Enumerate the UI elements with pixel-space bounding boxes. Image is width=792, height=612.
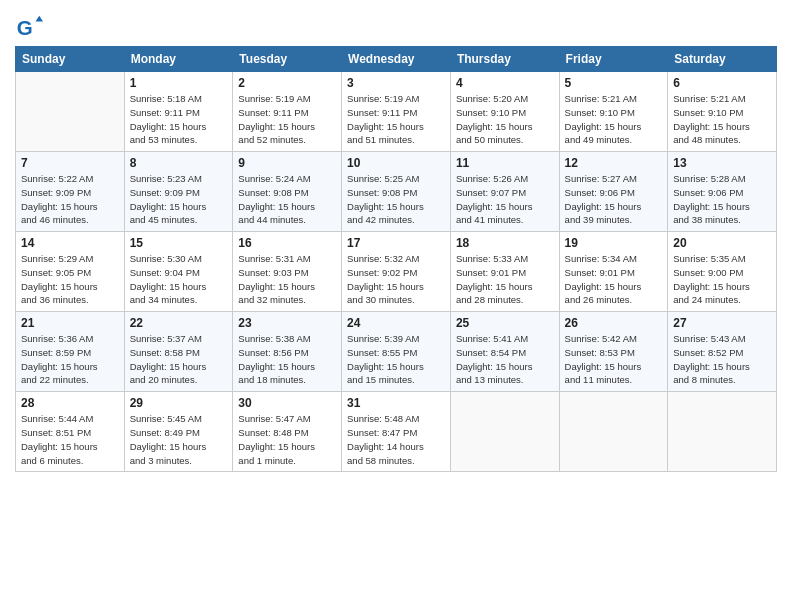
day-info: Sunrise: 5:43 AM Sunset: 8:52 PM Dayligh… (673, 332, 771, 387)
calendar-cell: 5Sunrise: 5:21 AM Sunset: 9:10 PM Daylig… (559, 72, 668, 152)
calendar-cell: 11Sunrise: 5:26 AM Sunset: 9:07 PM Dayli… (450, 152, 559, 232)
day-info: Sunrise: 5:28 AM Sunset: 9:06 PM Dayligh… (673, 172, 771, 227)
day-info: Sunrise: 5:23 AM Sunset: 9:09 PM Dayligh… (130, 172, 228, 227)
calendar-cell: 16Sunrise: 5:31 AM Sunset: 9:03 PM Dayli… (233, 232, 342, 312)
week-row-3: 14Sunrise: 5:29 AM Sunset: 9:05 PM Dayli… (16, 232, 777, 312)
day-info: Sunrise: 5:31 AM Sunset: 9:03 PM Dayligh… (238, 252, 336, 307)
calendar-cell: 13Sunrise: 5:28 AM Sunset: 9:06 PM Dayli… (668, 152, 777, 232)
logo: G (15, 14, 47, 42)
day-number: 28 (21, 396, 119, 410)
calendar-cell: 31Sunrise: 5:48 AM Sunset: 8:47 PM Dayli… (342, 392, 451, 472)
calendar-cell: 23Sunrise: 5:38 AM Sunset: 8:56 PM Dayli… (233, 312, 342, 392)
calendar-cell: 27Sunrise: 5:43 AM Sunset: 8:52 PM Dayli… (668, 312, 777, 392)
day-info: Sunrise: 5:37 AM Sunset: 8:58 PM Dayligh… (130, 332, 228, 387)
day-info: Sunrise: 5:19 AM Sunset: 9:11 PM Dayligh… (238, 92, 336, 147)
day-number: 21 (21, 316, 119, 330)
calendar-cell: 8Sunrise: 5:23 AM Sunset: 9:09 PM Daylig… (124, 152, 233, 232)
day-number: 20 (673, 236, 771, 250)
day-info: Sunrise: 5:27 AM Sunset: 9:06 PM Dayligh… (565, 172, 663, 227)
calendar-cell: 19Sunrise: 5:34 AM Sunset: 9:01 PM Dayli… (559, 232, 668, 312)
calendar-cell: 3Sunrise: 5:19 AM Sunset: 9:11 PM Daylig… (342, 72, 451, 152)
calendar-cell: 30Sunrise: 5:47 AM Sunset: 8:48 PM Dayli… (233, 392, 342, 472)
week-row-5: 28Sunrise: 5:44 AM Sunset: 8:51 PM Dayli… (16, 392, 777, 472)
svg-marker-1 (36, 16, 43, 22)
day-number: 31 (347, 396, 445, 410)
day-info: Sunrise: 5:44 AM Sunset: 8:51 PM Dayligh… (21, 412, 119, 467)
calendar-cell: 10Sunrise: 5:25 AM Sunset: 9:08 PM Dayli… (342, 152, 451, 232)
calendar-cell: 26Sunrise: 5:42 AM Sunset: 8:53 PM Dayli… (559, 312, 668, 392)
day-info: Sunrise: 5:22 AM Sunset: 9:09 PM Dayligh… (21, 172, 119, 227)
calendar-cell: 29Sunrise: 5:45 AM Sunset: 8:49 PM Dayli… (124, 392, 233, 472)
calendar-cell: 22Sunrise: 5:37 AM Sunset: 8:58 PM Dayli… (124, 312, 233, 392)
day-number: 18 (456, 236, 554, 250)
day-info: Sunrise: 5:32 AM Sunset: 9:02 PM Dayligh… (347, 252, 445, 307)
day-info: Sunrise: 5:21 AM Sunset: 9:10 PM Dayligh… (673, 92, 771, 147)
weekday-header-wednesday: Wednesday (342, 47, 451, 72)
day-number: 22 (130, 316, 228, 330)
day-number: 30 (238, 396, 336, 410)
calendar-cell: 6Sunrise: 5:21 AM Sunset: 9:10 PM Daylig… (668, 72, 777, 152)
calendar-cell: 15Sunrise: 5:30 AM Sunset: 9:04 PM Dayli… (124, 232, 233, 312)
calendar-cell (16, 72, 125, 152)
calendar-cell: 7Sunrise: 5:22 AM Sunset: 9:09 PM Daylig… (16, 152, 125, 232)
week-row-2: 7Sunrise: 5:22 AM Sunset: 9:09 PM Daylig… (16, 152, 777, 232)
week-row-1: 1Sunrise: 5:18 AM Sunset: 9:11 PM Daylig… (16, 72, 777, 152)
day-number: 10 (347, 156, 445, 170)
calendar-cell: 24Sunrise: 5:39 AM Sunset: 8:55 PM Dayli… (342, 312, 451, 392)
day-number: 26 (565, 316, 663, 330)
weekday-header-friday: Friday (559, 47, 668, 72)
day-info: Sunrise: 5:33 AM Sunset: 9:01 PM Dayligh… (456, 252, 554, 307)
calendar-cell: 4Sunrise: 5:20 AM Sunset: 9:10 PM Daylig… (450, 72, 559, 152)
calendar-cell: 9Sunrise: 5:24 AM Sunset: 9:08 PM Daylig… (233, 152, 342, 232)
day-number: 23 (238, 316, 336, 330)
day-number: 1 (130, 76, 228, 90)
day-info: Sunrise: 5:35 AM Sunset: 9:00 PM Dayligh… (673, 252, 771, 307)
calendar-cell: 1Sunrise: 5:18 AM Sunset: 9:11 PM Daylig… (124, 72, 233, 152)
day-number: 24 (347, 316, 445, 330)
day-number: 15 (130, 236, 228, 250)
calendar-cell (450, 392, 559, 472)
svg-text:G: G (17, 16, 33, 39)
day-info: Sunrise: 5:39 AM Sunset: 8:55 PM Dayligh… (347, 332, 445, 387)
day-info: Sunrise: 5:25 AM Sunset: 9:08 PM Dayligh… (347, 172, 445, 227)
calendar-cell: 21Sunrise: 5:36 AM Sunset: 8:59 PM Dayli… (16, 312, 125, 392)
day-number: 12 (565, 156, 663, 170)
weekday-header-monday: Monday (124, 47, 233, 72)
calendar-cell: 12Sunrise: 5:27 AM Sunset: 9:06 PM Dayli… (559, 152, 668, 232)
day-info: Sunrise: 5:24 AM Sunset: 9:08 PM Dayligh… (238, 172, 336, 227)
day-number: 29 (130, 396, 228, 410)
weekday-header-tuesday: Tuesday (233, 47, 342, 72)
logo-icon: G (15, 14, 43, 42)
day-info: Sunrise: 5:41 AM Sunset: 8:54 PM Dayligh… (456, 332, 554, 387)
day-number: 8 (130, 156, 228, 170)
day-number: 27 (673, 316, 771, 330)
day-info: Sunrise: 5:36 AM Sunset: 8:59 PM Dayligh… (21, 332, 119, 387)
header: G (15, 10, 777, 42)
calendar-cell: 20Sunrise: 5:35 AM Sunset: 9:00 PM Dayli… (668, 232, 777, 312)
day-number: 2 (238, 76, 336, 90)
day-info: Sunrise: 5:48 AM Sunset: 8:47 PM Dayligh… (347, 412, 445, 467)
day-number: 11 (456, 156, 554, 170)
day-info: Sunrise: 5:42 AM Sunset: 8:53 PM Dayligh… (565, 332, 663, 387)
day-number: 17 (347, 236, 445, 250)
calendar-cell: 14Sunrise: 5:29 AM Sunset: 9:05 PM Dayli… (16, 232, 125, 312)
day-number: 7 (21, 156, 119, 170)
calendar-cell: 18Sunrise: 5:33 AM Sunset: 9:01 PM Dayli… (450, 232, 559, 312)
day-number: 14 (21, 236, 119, 250)
calendar-cell: 25Sunrise: 5:41 AM Sunset: 8:54 PM Dayli… (450, 312, 559, 392)
day-info: Sunrise: 5:47 AM Sunset: 8:48 PM Dayligh… (238, 412, 336, 467)
calendar-table: SundayMondayTuesdayWednesdayThursdayFrid… (15, 46, 777, 472)
day-number: 6 (673, 76, 771, 90)
day-number: 3 (347, 76, 445, 90)
week-row-4: 21Sunrise: 5:36 AM Sunset: 8:59 PM Dayli… (16, 312, 777, 392)
day-info: Sunrise: 5:29 AM Sunset: 9:05 PM Dayligh… (21, 252, 119, 307)
day-number: 9 (238, 156, 336, 170)
day-info: Sunrise: 5:21 AM Sunset: 9:10 PM Dayligh… (565, 92, 663, 147)
day-number: 4 (456, 76, 554, 90)
day-number: 16 (238, 236, 336, 250)
day-info: Sunrise: 5:30 AM Sunset: 9:04 PM Dayligh… (130, 252, 228, 307)
calendar-cell: 2Sunrise: 5:19 AM Sunset: 9:11 PM Daylig… (233, 72, 342, 152)
day-info: Sunrise: 5:18 AM Sunset: 9:11 PM Dayligh… (130, 92, 228, 147)
calendar-cell: 17Sunrise: 5:32 AM Sunset: 9:02 PM Dayli… (342, 232, 451, 312)
day-info: Sunrise: 5:34 AM Sunset: 9:01 PM Dayligh… (565, 252, 663, 307)
